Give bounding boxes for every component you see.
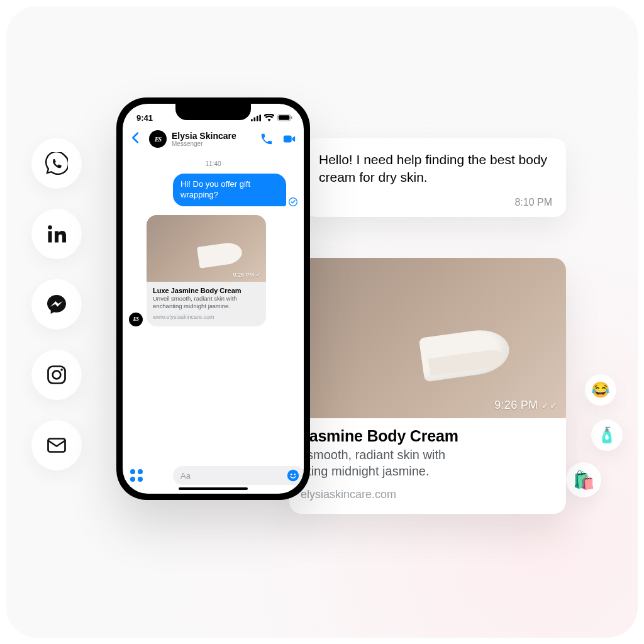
mail-icon[interactable]	[31, 420, 82, 470]
emoji-bubble: 😂	[585, 374, 616, 406]
image-timestamp: 9:26 PM ✓	[233, 272, 261, 278]
product-image: 9:26 PM ✓✓	[289, 258, 566, 418]
stage: 😂 🧴 🛍️ Hello! I need help finding the be…	[6, 6, 638, 638]
product-link-card[interactable]: 9:26 PM ✓ Luxe Jasmine Body Cream Unveil…	[147, 215, 266, 326]
apps-button[interactable]	[130, 469, 143, 482]
svg-point-4	[60, 369, 63, 371]
sender-avatar: ES	[129, 313, 143, 326]
conversation-header: ES Elysia Skincare Messenger	[123, 126, 304, 154]
message-text: Hello! I need help finding the best body…	[319, 151, 552, 187]
message-timestamp: 8:10 PM	[319, 197, 552, 208]
whatsapp-icon[interactable]	[31, 138, 82, 189]
svg-rect-9	[259, 114, 261, 121]
instagram-icon[interactable]	[31, 350, 82, 400]
composer-input[interactable]	[180, 471, 286, 480]
svg-point-21	[294, 474, 296, 475]
svg-rect-12	[291, 116, 292, 119]
battery-icon	[277, 114, 292, 121]
phone-notch	[175, 104, 251, 120]
product-title: Luxe Jasmine Body Cream	[153, 287, 260, 294]
video-call-button[interactable]	[282, 132, 296, 146]
thread-timestamp: 11:40	[129, 160, 297, 167]
product-preview-card[interactable]: 9:26 PM ✓✓ Jasmine Body Cream l smooth, …	[289, 258, 566, 514]
cream-swatch-graphic	[197, 241, 243, 268]
svg-rect-6	[251, 119, 253, 121]
svg-point-20	[291, 474, 292, 475]
phone-frame: 9:41 ES Elysia Skincare Messenger	[116, 97, 310, 500]
product-description: l smooth, radiant skin with nting midnig…	[301, 447, 555, 479]
channel-icon-column	[31, 138, 82, 470]
cellular-icon	[251, 114, 261, 121]
composer-input-wrap[interactable]	[173, 466, 304, 485]
svg-rect-8	[257, 115, 258, 121]
svg-rect-11	[279, 115, 290, 119]
image-timestamp: 9:26 PM ✓✓	[494, 399, 557, 412]
outgoing-message[interactable]: Hi! Do you offer gift wrapping?	[173, 174, 286, 206]
home-indicator[interactable]	[179, 487, 248, 490]
product-image: 9:26 PM ✓	[147, 215, 266, 282]
svg-rect-13	[284, 136, 292, 143]
wifi-icon	[264, 114, 274, 121]
svg-point-3	[53, 371, 61, 379]
cream-swatch-graphic	[419, 326, 512, 382]
phone-screen: 9:41 ES Elysia Skincare Messenger	[123, 104, 304, 494]
svg-point-19	[287, 470, 299, 481]
product-site: elysiaskincare.com	[301, 488, 555, 501]
emoji-button[interactable]	[286, 469, 300, 482]
product-site: www.elysiaskincare.com	[153, 314, 260, 320]
emoji-bubble: 🛍️	[566, 462, 601, 497]
svg-rect-2	[48, 367, 65, 384]
brand-subtitle: Messenger	[172, 141, 255, 147]
back-button[interactable]	[129, 131, 144, 147]
delivered-icon	[289, 197, 297, 206]
emoji-bubble: 🧴	[591, 419, 623, 451]
linkedin-icon[interactable]	[31, 209, 82, 259]
read-ticks-icon: ✓✓	[541, 401, 557, 411]
product-title: Jasmine Body Cream	[301, 427, 555, 445]
svg-rect-0	[48, 231, 52, 243]
product-description: Unveil smooth, radiant skin with enchant…	[153, 295, 260, 310]
svg-rect-7	[253, 117, 255, 121]
message-thread[interactable]: 11:40 Hi! Do you offer gift wrapping? ES…	[123, 154, 304, 456]
brand-name[interactable]: Elysia Skincare	[172, 131, 255, 140]
audio-call-button[interactable]	[260, 132, 274, 146]
brand-avatar[interactable]: ES	[149, 130, 167, 148]
incoming-message-bubble: Hello! I need help finding the best body…	[305, 138, 566, 217]
status-time: 9:41	[136, 113, 153, 123]
messenger-icon[interactable]	[31, 279, 82, 330]
sent-tick-icon: ✓	[256, 272, 261, 278]
svg-point-1	[48, 225, 52, 230]
